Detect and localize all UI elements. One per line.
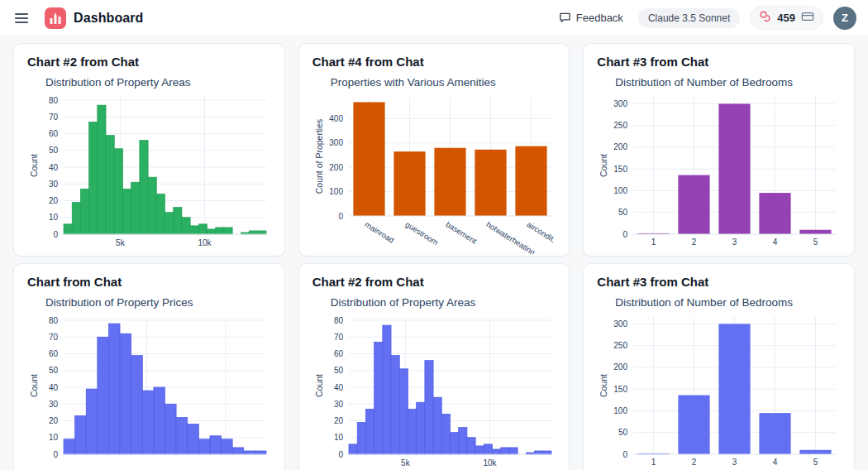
plot-title: Distribution of Number of Bedrooms bbox=[615, 75, 841, 90]
model-badge[interactable]: Claude 3.5 Sonnet bbox=[638, 8, 740, 28]
svg-text:200: 200 bbox=[614, 142, 628, 151]
credit-card-icon bbox=[801, 11, 814, 26]
svg-text:30: 30 bbox=[334, 400, 344, 409]
histogram-prices-blue: 01020304050607080Count bbox=[27, 312, 271, 469]
svg-text:10: 10 bbox=[49, 213, 59, 222]
svg-text:5k: 5k bbox=[116, 238, 126, 247]
card-title: Chart from Chat bbox=[27, 274, 271, 290]
plot-title: Distribution of Property Prices bbox=[45, 295, 271, 310]
credits-pill[interactable]: 459 bbox=[750, 6, 823, 30]
bar-chart-logo-icon bbox=[45, 7, 66, 29]
svg-text:70: 70 bbox=[49, 113, 59, 122]
svg-text:40: 40 bbox=[49, 163, 59, 172]
svg-text:10: 10 bbox=[49, 433, 59, 442]
svg-text:0: 0 bbox=[623, 450, 628, 459]
svg-text:300: 300 bbox=[329, 138, 343, 147]
bar-chart-amenities: 0100200300400mainroadguestroombasementho… bbox=[312, 92, 556, 254]
svg-text:4: 4 bbox=[773, 237, 778, 247]
plot-title: Distribution of Property Areas bbox=[45, 75, 271, 90]
feedback-label: Feedback bbox=[576, 12, 623, 24]
plot-title: Distribution of Number of Bedrooms bbox=[615, 295, 841, 310]
chart-card-prices: Chart from Chat Distribution of Property… bbox=[13, 263, 285, 470]
svg-text:80: 80 bbox=[49, 96, 59, 105]
chart-card-amenities: Chart #4 from Chat Properties with Vario… bbox=[298, 43, 570, 257]
svg-text:3: 3 bbox=[732, 458, 737, 467]
svg-text:10k: 10k bbox=[198, 238, 212, 247]
svg-text:10k: 10k bbox=[483, 458, 497, 468]
user-avatar[interactable]: Z bbox=[833, 7, 856, 30]
svg-text:400: 400 bbox=[329, 114, 343, 123]
svg-text:2: 2 bbox=[692, 237, 697, 247]
svg-text:10: 10 bbox=[334, 433, 344, 442]
plot-title: Distribution of Property Areas bbox=[331, 295, 556, 310]
credits-count: 459 bbox=[777, 12, 795, 24]
svg-text:100: 100 bbox=[614, 406, 628, 415]
card-title: Chart #4 from Chat bbox=[312, 54, 556, 70]
svg-text:1: 1 bbox=[651, 458, 656, 467]
top-bar: Dashboard Feedback Claude 3.5 Sonnet 459 bbox=[0, 0, 868, 36]
svg-text:60: 60 bbox=[49, 349, 59, 358]
top-bar-actions: Feedback Claude 3.5 Sonnet 459 Z bbox=[554, 6, 856, 30]
svg-text:0: 0 bbox=[338, 212, 343, 221]
bar-chart-bedrooms-purple: 05010015020025030012345Count bbox=[597, 92, 841, 249]
svg-text:40: 40 bbox=[334, 383, 344, 392]
chart-card-bedrooms-blue: Chart #3 from Chat Distribution of Numbe… bbox=[583, 263, 855, 470]
histogram-areas-blue: 010203040506070805k10kCount bbox=[312, 312, 556, 469]
plot-title: Properties with Various Amenities bbox=[331, 75, 556, 90]
svg-text:aircondit.: aircondit. bbox=[525, 219, 557, 244]
svg-text:300: 300 bbox=[614, 319, 628, 329]
svg-text:50: 50 bbox=[49, 366, 59, 375]
svg-text:300: 300 bbox=[614, 99, 628, 108]
svg-text:4: 4 bbox=[773, 458, 778, 467]
histogram-areas-green: 010203040506070805k10kCount bbox=[27, 92, 271, 249]
svg-text:Count: Count bbox=[314, 374, 324, 397]
svg-text:50: 50 bbox=[618, 428, 628, 437]
svg-text:Count of Properties: Count of Properties bbox=[314, 119, 324, 194]
svg-text:50: 50 bbox=[49, 146, 59, 155]
svg-text:0: 0 bbox=[338, 450, 343, 459]
svg-text:1: 1 bbox=[651, 237, 656, 247]
svg-text:70: 70 bbox=[49, 333, 59, 342]
svg-text:5: 5 bbox=[813, 458, 818, 467]
svg-text:80: 80 bbox=[49, 316, 59, 325]
coins-icon bbox=[759, 10, 771, 26]
svg-text:basement: basement bbox=[444, 219, 479, 246]
svg-text:20: 20 bbox=[334, 416, 344, 425]
card-title: Chart #3 from Chat bbox=[597, 54, 841, 70]
svg-text:Count: Count bbox=[599, 154, 608, 177]
svg-text:30: 30 bbox=[49, 180, 59, 189]
svg-text:5: 5 bbox=[813, 237, 818, 247]
svg-text:100: 100 bbox=[614, 186, 628, 195]
page-title: Dashboard bbox=[74, 11, 143, 26]
svg-text:30: 30 bbox=[49, 400, 59, 409]
chart-card-bedrooms-purple: Chart #3 from Chat Distribution of Numbe… bbox=[583, 43, 855, 257]
svg-text:Count: Count bbox=[29, 374, 39, 397]
svg-text:60: 60 bbox=[49, 129, 59, 138]
bar-chart-bedrooms-blue: 05010015020025030012345Count bbox=[597, 312, 841, 469]
svg-text:0: 0 bbox=[53, 230, 58, 239]
card-title: Chart #2 from Chat bbox=[312, 274, 556, 290]
svg-text:80: 80 bbox=[334, 316, 344, 325]
svg-text:60: 60 bbox=[334, 349, 344, 358]
brand: Dashboard bbox=[45, 7, 143, 29]
hamburger-menu-button[interactable] bbox=[10, 7, 33, 30]
svg-text:100: 100 bbox=[329, 187, 343, 196]
svg-text:200: 200 bbox=[614, 362, 628, 372]
svg-text:Count: Count bbox=[599, 374, 608, 397]
dashboard-grid: Chart #2 from Chat Distribution of Prope… bbox=[0, 36, 868, 470]
svg-text:2: 2 bbox=[692, 458, 697, 467]
speech-bubble-icon bbox=[559, 11, 571, 26]
svg-text:0: 0 bbox=[53, 450, 58, 459]
svg-text:5k: 5k bbox=[401, 458, 411, 468]
svg-text:250: 250 bbox=[614, 341, 628, 350]
svg-text:3: 3 bbox=[732, 237, 737, 247]
card-title: Chart #3 from Chat bbox=[597, 274, 841, 290]
svg-text:20: 20 bbox=[49, 416, 59, 425]
hamburger-icon bbox=[15, 11, 28, 26]
feedback-button[interactable]: Feedback bbox=[554, 7, 628, 29]
svg-text:mainroad: mainroad bbox=[363, 219, 395, 244]
svg-text:40: 40 bbox=[49, 383, 59, 392]
svg-text:50: 50 bbox=[334, 366, 344, 375]
chart-card-areas-green: Chart #2 from Chat Distribution of Prope… bbox=[13, 43, 285, 257]
svg-text:250: 250 bbox=[614, 121, 628, 130]
